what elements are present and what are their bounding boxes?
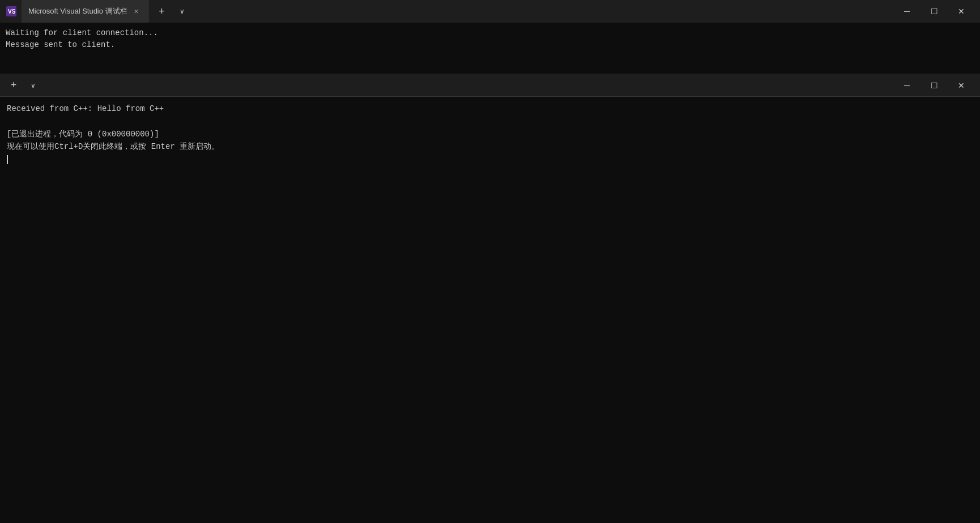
bottom-cursor-line	[7, 153, 973, 166]
bottom-maximize-button[interactable]: ☐	[921, 76, 947, 95]
svg-text:VS: VS	[8, 8, 16, 15]
tab-strip: Microsoft Visual Studio 调试栏 ✕	[22, 0, 148, 23]
bottom-output-line2	[7, 115, 973, 127]
top-output-line2: Message sent to client.	[6, 40, 115, 49]
top-close-button[interactable]: ✕	[948, 2, 974, 20]
tab-close-button[interactable]: ✕	[132, 7, 141, 16]
bottom-output-line4: 现在可以使用Ctrl+D关闭此终端，或按 Enter 重新启动。	[7, 140, 973, 153]
bottom-minimize-button[interactable]: ─	[894, 76, 920, 95]
bottom-window-controls: ─ ☐ ✕	[894, 76, 974, 95]
terminal-cursor	[7, 155, 8, 164]
vs-icon: VS	[6, 6, 17, 17]
bottom-titlebar: + ∨ ─ ☐ ✕	[0, 74, 980, 97]
top-window: VS Microsoft Visual Studio 调试栏 ✕ + ∨ ─ ☐…	[0, 0, 980, 74]
bottom-titlebar-left: + ∨	[6, 78, 40, 93]
tab-dropdown-button[interactable]: ∨	[176, 2, 189, 20]
top-minimize-button[interactable]: ─	[894, 2, 920, 20]
bottom-add-button[interactable]: +	[6, 78, 22, 93]
tab-label: Microsoft Visual Studio 调试栏	[28, 6, 127, 16]
top-window-controls: ─ ☐ ✕	[894, 2, 974, 20]
bottom-window: + ∨ ─ ☐ ✕ Received from C++: Hello from …	[0, 74, 980, 523]
bottom-close-button[interactable]: ✕	[948, 76, 974, 95]
top-maximize-button[interactable]: ☐	[921, 2, 947, 20]
top-titlebar: VS Microsoft Visual Studio 调试栏 ✕ + ∨ ─ ☐…	[0, 0, 980, 23]
top-content-area: Waiting for client connection... Message…	[0, 23, 980, 74]
bottom-dropdown-button[interactable]: ∨	[26, 78, 40, 93]
bottom-content-area: Received from C++: Hello from C++ [已退出进程…	[0, 97, 980, 172]
bottom-output-line1: Received from C++: Hello from C++	[7, 102, 973, 115]
top-output-line1: Waiting for client connection...	[6, 28, 158, 37]
new-tab-button[interactable]: +	[153, 2, 171, 20]
tab-item-vs[interactable]: Microsoft Visual Studio 调试栏 ✕	[22, 0, 148, 23]
top-titlebar-left: VS Microsoft Visual Studio 调试栏 ✕ + ∨	[6, 0, 189, 23]
bottom-output-line3: [已退出进程，代码为 0 (0x00000000)]	[7, 128, 973, 140]
